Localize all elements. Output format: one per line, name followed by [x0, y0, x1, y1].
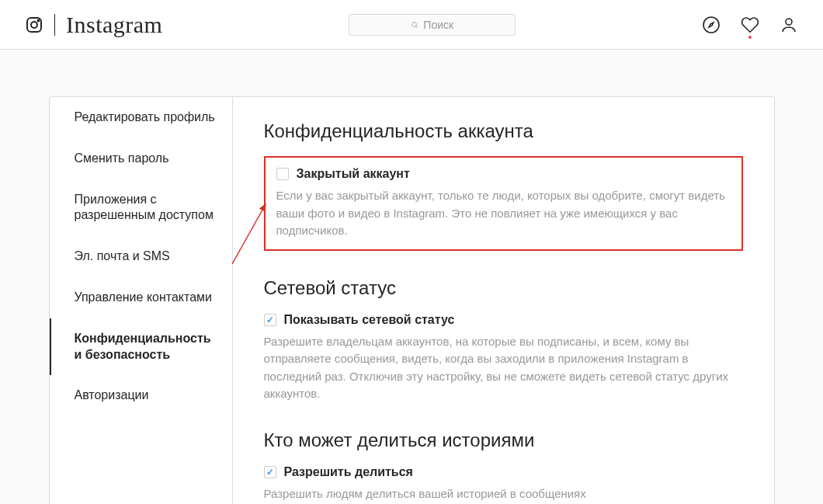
story-sharing-option: Разрешить делиться [264, 465, 743, 479]
sidebar-item-label: Редактировать профиль [75, 110, 215, 123]
section-title-privacy: Конфиденциальность аккаунта [264, 120, 743, 142]
annotation-arrow-icon [228, 198, 283, 268]
search-icon [411, 21, 418, 29]
sidebar-item-label: Управление контактами [75, 290, 213, 304]
sidebar-item-privacy-security[interactable]: Конфиденциальность и безопасность [50, 318, 232, 376]
brand-wordmark[interactable]: Instagram [66, 12, 162, 38]
sidebar-item-manage-contacts[interactable]: Управление контактами [50, 277, 232, 318]
svg-marker-6 [709, 23, 714, 27]
settings-container: Редактировать профиль Сменить пароль При… [49, 96, 775, 504]
activity-icon[interactable] [741, 16, 759, 34]
profile-icon[interactable] [780, 16, 798, 34]
activity-status-option: Показывать сетевой статус [264, 313, 743, 327]
svg-point-5 [703, 17, 719, 33]
svg-point-1 [31, 22, 37, 28]
activity-status-desc: Разрешите владельцам аккаунтов, на котор… [264, 333, 743, 403]
svg-point-7 [786, 19, 792, 25]
private-account-option: Закрытый аккаунт [276, 167, 731, 181]
private-account-highlight: Закрытый аккаунт Если у вас закрытый акк… [264, 156, 743, 251]
private-account-desc: Если у вас закрытый аккаунт, только те л… [276, 187, 731, 240]
activity-status-checkbox[interactable] [264, 314, 276, 326]
activity-status-section: Сетевой статус Показывать сетевой статус… [264, 277, 743, 403]
svg-point-3 [412, 22, 417, 26]
story-sharing-desc: Разрешить людям делиться вашей историей … [264, 485, 743, 503]
private-account-label: Закрытый аккаунт [297, 167, 410, 181]
story-sharing-section: Кто может делиться историями Разрешить д… [264, 429, 743, 503]
search-placeholder: Поиск [423, 19, 453, 31]
top-header: Instagram Поиск [0, 0, 823, 50]
sidebar-item-label: Эл. почта и SMS [75, 249, 170, 262]
sidebar-item-label: Приложения с разрешенным доступом [75, 193, 214, 222]
settings-content: Конфиденциальность аккаунта Закрытый акк… [233, 97, 774, 504]
story-sharing-checkbox[interactable] [264, 466, 276, 478]
logo-divider [54, 14, 55, 36]
search-wrap: Поиск [162, 14, 702, 36]
sidebar-item-edit-profile[interactable]: Редактировать профиль [50, 97, 232, 138]
header-actions [702, 16, 798, 34]
search-input[interactable]: Поиск [349, 14, 516, 36]
activity-status-label: Показывать сетевой статус [284, 313, 455, 327]
story-sharing-label: Разрешить делиться [284, 465, 413, 479]
settings-sidebar: Редактировать профиль Сменить пароль При… [50, 97, 233, 504]
sidebar-item-label: Сменить пароль [75, 151, 169, 165]
sidebar-item-label: Авторизации [75, 388, 149, 401]
svg-line-8 [232, 204, 266, 264]
section-title-activity: Сетевой статус [264, 277, 743, 299]
sidebar-item-authorized-apps[interactable]: Приложения с разрешенным доступом [50, 179, 232, 237]
camera-icon[interactable] [25, 16, 43, 34]
private-account-checkbox[interactable] [276, 168, 289, 180]
svg-point-2 [38, 19, 40, 21]
sidebar-item-change-password[interactable]: Сменить пароль [50, 138, 232, 179]
sidebar-item-label: Конфиденциальность и безопасность [75, 332, 211, 361]
logo-area: Instagram [25, 12, 162, 38]
sidebar-item-authorizations[interactable]: Авторизации [50, 375, 232, 416]
sidebar-item-email-sms[interactable]: Эл. почта и SMS [50, 236, 232, 277]
notification-dot [748, 36, 752, 39]
svg-line-4 [416, 26, 418, 27]
explore-icon[interactable] [702, 16, 721, 34]
section-title-story-sharing: Кто может делиться историями [264, 429, 743, 451]
